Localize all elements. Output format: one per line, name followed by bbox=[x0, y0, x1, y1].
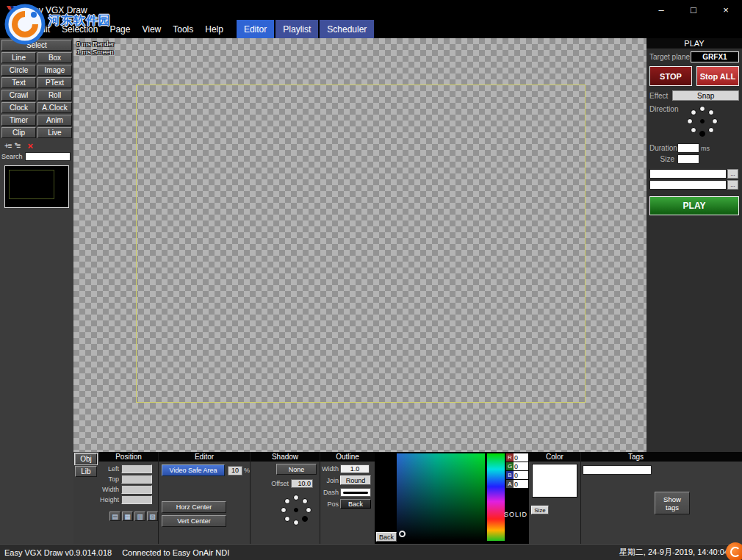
color-gradient[interactable] bbox=[397, 453, 485, 541]
channel-a-input[interactable] bbox=[514, 480, 528, 488]
outline-pos-button[interactable]: Back bbox=[340, 499, 371, 509]
direction-center-dot[interactable] bbox=[700, 119, 705, 123]
horz-center-button[interactable]: Horz Center bbox=[162, 501, 226, 513]
tab-editor[interactable]: Editor bbox=[237, 20, 274, 38]
canvas-area[interactable]: 0 ms Render 1 ms Screen bbox=[73, 38, 646, 452]
tool-aclock-button[interactable]: A.Clock bbox=[37, 102, 72, 113]
show-tags-button[interactable]: Show tags bbox=[655, 492, 690, 514]
menu-item-edit[interactable]: Edit bbox=[29, 20, 56, 38]
channel-b-input[interactable] bbox=[514, 471, 528, 479]
shadow-direction-selector[interactable] bbox=[280, 494, 312, 526]
outline-dash-preview[interactable] bbox=[340, 488, 371, 497]
direction-selector[interactable] bbox=[686, 105, 718, 137]
tool-select-button[interactable]: Select bbox=[1, 40, 72, 51]
tool-clock-button[interactable]: Clock bbox=[1, 102, 36, 113]
direction-dot[interactable] bbox=[699, 131, 705, 137]
add-item-icon[interactable]: +≡ bbox=[4, 142, 12, 150]
search-input[interactable] bbox=[25, 152, 71, 161]
width-input[interactable] bbox=[121, 485, 152, 494]
channel-g-input[interactable] bbox=[514, 462, 528, 470]
shadow-direction-dot[interactable] bbox=[293, 520, 299, 525]
close-button[interactable]: × bbox=[710, 0, 742, 20]
align-icon-2[interactable]: ▦ bbox=[122, 511, 133, 521]
shadow-mode-button[interactable]: None bbox=[276, 464, 317, 475]
direction-dot[interactable] bbox=[708, 127, 714, 133]
tab-scheduler[interactable]: Scheduler bbox=[320, 20, 374, 38]
tags-input[interactable] bbox=[583, 465, 652, 475]
menu-item-view[interactable]: View bbox=[136, 20, 167, 38]
tool-text-button[interactable]: Text bbox=[1, 77, 36, 88]
video-safe-area-button[interactable]: Video Safe Area bbox=[162, 464, 225, 476]
preview-safe-area-outline bbox=[9, 170, 54, 199]
color-size-button[interactable]: Size bbox=[531, 506, 549, 514]
shadow-direction-center-dot[interactable] bbox=[294, 508, 298, 512]
stop-all-button[interactable]: Stop ALL bbox=[696, 66, 739, 86]
maximize-button[interactable]: □ bbox=[677, 0, 710, 20]
window-title: Easy VGX Draw bbox=[24, 5, 87, 15]
tool-clip-button[interactable]: Clip bbox=[1, 127, 36, 138]
direction-dot[interactable] bbox=[712, 118, 718, 124]
safe-area-percent-input[interactable] bbox=[228, 466, 242, 475]
delete-item-icon[interactable]: × bbox=[27, 140, 32, 151]
tool-timer-button[interactable]: Timer bbox=[1, 115, 36, 126]
preview-thumbnail[interactable] bbox=[4, 165, 69, 208]
align-icon-3[interactable]: ▥ bbox=[134, 511, 145, 521]
menu-item-tools[interactable]: Tools bbox=[167, 20, 199, 38]
tool-ptext-button[interactable]: PText bbox=[37, 77, 72, 88]
menu-item-help[interactable]: Help bbox=[199, 20, 229, 38]
channel-r-input[interactable] bbox=[514, 453, 528, 462]
direction-dot[interactable] bbox=[708, 110, 714, 115]
direction-dot[interactable] bbox=[691, 110, 696, 115]
duration-input[interactable] bbox=[677, 143, 699, 153]
height-input[interactable] bbox=[121, 495, 152, 504]
stop-button[interactable]: STOP bbox=[649, 66, 692, 86]
target-plane-button[interactable]: GRFX1 bbox=[691, 51, 739, 62]
tool-box-button[interactable]: Box bbox=[37, 52, 72, 63]
tab-playlist[interactable]: Playlist bbox=[275, 20, 318, 38]
play-button[interactable]: PLAY bbox=[649, 196, 739, 215]
vert-center-button[interactable]: Vert Center bbox=[162, 515, 226, 527]
tool-live-button[interactable]: Live bbox=[37, 127, 72, 138]
tool-crawl-button[interactable]: Crawl bbox=[1, 90, 36, 101]
size-input[interactable] bbox=[677, 154, 699, 164]
effect-snap-button[interactable]: Snap bbox=[672, 90, 739, 101]
shadow-offset-input[interactable] bbox=[291, 479, 313, 488]
shadow-direction-dot[interactable] bbox=[293, 495, 299, 500]
minimize-button[interactable]: – bbox=[645, 0, 677, 20]
tool-anim-button[interactable]: Anim bbox=[37, 115, 72, 126]
outline-width-input[interactable] bbox=[340, 464, 370, 473]
current-color-swatch[interactable] bbox=[532, 464, 577, 498]
menu-item-file[interactable]: File bbox=[3, 20, 29, 38]
tool-image-button[interactable]: Image bbox=[37, 65, 72, 76]
solid-mode-label[interactable]: SOLID bbox=[500, 511, 532, 518]
shadow-direction-dot[interactable] bbox=[284, 498, 290, 504]
browse-button[interactable]: ... bbox=[727, 169, 738, 179]
preset-input[interactable] bbox=[649, 169, 727, 179]
color-back-button[interactable]: Back bbox=[376, 532, 397, 542]
shadow-direction-dot[interactable] bbox=[302, 516, 308, 522]
direction-dot[interactable] bbox=[687, 118, 693, 124]
shadow-direction-dot[interactable] bbox=[306, 507, 311, 513]
shadow-direction-dot[interactable] bbox=[281, 507, 287, 513]
top-input[interactable] bbox=[121, 475, 152, 484]
align-icon-4[interactable]: ▧ bbox=[147, 511, 158, 521]
hue-bar[interactable] bbox=[487, 453, 505, 541]
align-icon-1[interactable]: ▤ bbox=[109, 511, 120, 521]
tool-circle-button[interactable]: Circle bbox=[1, 65, 36, 76]
tool-line-button[interactable]: Line bbox=[1, 52, 36, 63]
new-item-icon[interactable]: *≡ bbox=[15, 142, 21, 150]
direction-dot[interactable] bbox=[699, 106, 705, 112]
tool-roll-button[interactable]: Roll bbox=[37, 90, 72, 101]
preset-input[interactable] bbox=[649, 180, 727, 190]
browse-button[interactable]: ... bbox=[727, 180, 738, 190]
direction-dot[interactable] bbox=[691, 127, 696, 133]
shadow-direction-dot[interactable] bbox=[302, 498, 308, 504]
menu-item-page[interactable]: Page bbox=[104, 20, 136, 38]
shadow-direction-dot[interactable] bbox=[284, 516, 290, 522]
menu-item-selection[interactable]: Selection bbox=[56, 20, 104, 38]
outline-join-button[interactable]: Round bbox=[340, 475, 371, 485]
shadow-section-title: Shadow bbox=[251, 452, 320, 462]
lib-tab-button[interactable]: Lib bbox=[75, 466, 97, 477]
obj-tab-button[interactable]: Obj bbox=[75, 453, 97, 464]
left-input[interactable] bbox=[121, 464, 152, 473]
